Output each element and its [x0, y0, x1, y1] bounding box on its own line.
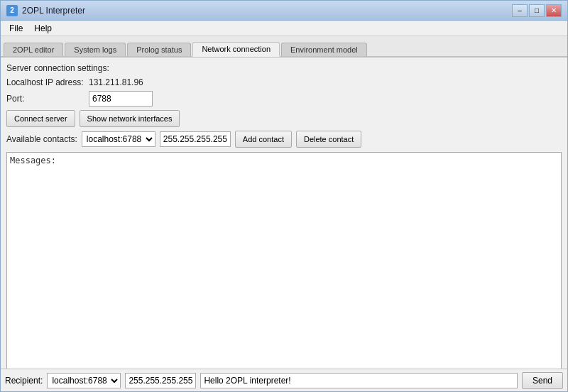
show-network-button[interactable]: Show network interfaces: [80, 110, 180, 127]
minimize-button[interactable]: –: [512, 4, 528, 17]
maximize-button[interactable]: □: [529, 4, 545, 17]
port-row: Port:: [6, 91, 562, 107]
section-label: Server connection settings:: [6, 63, 562, 73]
delete-contact-button[interactable]: Delete contact: [296, 131, 361, 148]
localhost-value: 131.211.81.96: [89, 77, 143, 87]
message-input[interactable]: [200, 373, 518, 388]
title-bar: 2 2OPL Interpreter – □ ✕: [1, 1, 567, 21]
contacts-dropdown[interactable]: localhost:6788: [82, 131, 155, 147]
port-input[interactable]: [89, 91, 153, 107]
bottom-bar: Recipient: localhost:6788 Send: [1, 369, 567, 391]
recipient-label: Recipient:: [5, 376, 43, 386]
messages-area: Messages:: [6, 152, 562, 370]
menu-bar: File Help: [1, 21, 567, 36]
menu-help[interactable]: Help: [28, 22, 58, 35]
localhost-label: Localhost IP adress:: [6, 77, 84, 87]
server-buttons-row: Connect server Show network interfaces: [6, 110, 562, 127]
port-label: Port:: [6, 94, 84, 104]
messages-label: Messages:: [10, 156, 56, 165]
menu-file[interactable]: File: [4, 22, 28, 35]
main-content: Server connection settings: Localhost IP…: [1, 58, 567, 370]
tab-network-connection[interactable]: Network connection: [192, 42, 280, 57]
send-button[interactable]: Send: [522, 372, 563, 389]
app-icon: 2: [6, 5, 18, 16]
tab-bar: 2OPL editor System logs Prolog status Ne…: [1, 36, 567, 58]
tab-environment-model[interactable]: Environment model: [281, 43, 367, 56]
connect-server-button[interactable]: Connect server: [6, 110, 75, 127]
recipient-dropdown[interactable]: localhost:6788: [47, 373, 121, 388]
add-contact-button[interactable]: Add contact: [235, 131, 292, 148]
available-contacts-label: Available contacts:: [6, 134, 77, 144]
window-controls: – □ ✕: [512, 4, 562, 17]
tab-2opl-editor[interactable]: 2OPL editor: [4, 43, 63, 56]
window-title: 2OPL Interpreter: [22, 6, 85, 16]
tab-system-logs[interactable]: System logs: [65, 43, 126, 56]
tab-prolog-status[interactable]: Prolog status: [127, 43, 191, 56]
contact-ip-input[interactable]: [160, 131, 231, 147]
recipient-ip-input[interactable]: [125, 373, 196, 388]
close-button[interactable]: ✕: [546, 4, 562, 17]
contacts-row: Available contacts: localhost:6788 Add c…: [6, 131, 562, 148]
localhost-row: Localhost IP adress: 131.211.81.96: [6, 77, 562, 87]
